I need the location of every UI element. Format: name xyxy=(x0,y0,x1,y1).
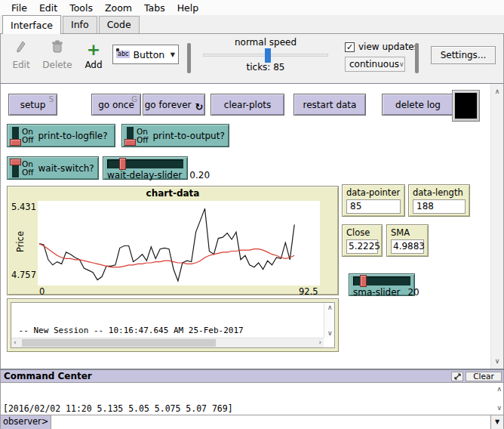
button-widget-icon: abc xyxy=(116,51,130,58)
restart-data-button[interactable]: restart data xyxy=(293,94,366,116)
clear-plots-button[interactable]: clear-plots xyxy=(211,94,284,116)
clear-button[interactable]: Clear xyxy=(466,372,502,381)
switch-knob[interactable] xyxy=(10,139,21,146)
monitor-label: SMA xyxy=(391,227,424,238)
command-center-header: Command Center Clear xyxy=(0,370,504,383)
slider-track[interactable] xyxy=(107,159,183,168)
output-line: -- New Session -- 10:16:47.645 AM 25-Feb… xyxy=(14,326,322,336)
switch-toggle[interactable] xyxy=(127,127,134,145)
output-widget: -- New Session -- 10:16:47.645 AM 25-Feb… xyxy=(7,298,339,352)
plot-title: chart-data xyxy=(8,187,338,199)
output-vertical-scrollbar[interactable]: ∧ ∨ xyxy=(324,303,334,338)
scroll-up-icon[interactable]: ∧ xyxy=(491,85,503,97)
monitor-value: 188 xyxy=(413,199,466,214)
monitor-label: Close xyxy=(346,227,378,238)
switch-knob[interactable] xyxy=(10,159,21,165)
observer-prompt: observer> xyxy=(1,415,51,429)
switch-off-label: Off xyxy=(22,168,34,177)
wait-delay-slider[interactable]: wait-delay-slider 0.20 xyxy=(103,156,188,180)
sma-monitor: SMA 4.9883 xyxy=(386,224,429,257)
go-forever-button[interactable]: go forever ↻ xyxy=(143,94,205,116)
slider-label: sma-slider xyxy=(353,287,400,298)
delete-log-button[interactable]: delete log xyxy=(382,94,454,116)
widget-type-chooser[interactable]: abc Button ▼ xyxy=(112,45,179,64)
toolbar-separator xyxy=(415,43,419,73)
scroll-down-icon[interactable]: ∨ xyxy=(496,403,502,414)
menu-zoom[interactable]: Zoom xyxy=(100,1,137,15)
menu-bar: File Edit Tools Zoom Tabs Help xyxy=(0,0,504,15)
scroll-down-icon[interactable]: ∨ xyxy=(327,329,333,337)
slider-track[interactable] xyxy=(353,276,410,285)
command-input-row: observer> ▼ xyxy=(0,415,504,429)
view-updates-checkbox[interactable]: ✓ xyxy=(345,42,355,52)
menu-tools[interactable]: Tools xyxy=(64,1,98,15)
expand-button[interactable] xyxy=(451,372,463,381)
scroll-down-icon[interactable]: ∨ xyxy=(491,355,503,367)
monitor-value: 5.2225 xyxy=(346,239,378,254)
view-updates-group: ✓ view updates continuous ∨ xyxy=(345,42,419,72)
slider-label: wait-delay-slider xyxy=(107,170,182,181)
switch-toggle[interactable] xyxy=(12,159,19,177)
command-center-log: [2016/02/02 11:20 5.135 5.05 5.075 5.07 … xyxy=(0,383,504,415)
scroll-up-icon[interactable]: ∧ xyxy=(327,304,333,311)
plot-area xyxy=(38,201,320,285)
wait-switch[interactable]: On Off wait-switch? xyxy=(7,156,99,180)
slider-knob[interactable] xyxy=(119,158,126,170)
switch-off-label: Off xyxy=(137,136,149,144)
canvas-vertical-scrollbar[interactable]: ∧ ∨ xyxy=(490,84,503,369)
tab-info[interactable]: Info xyxy=(63,16,97,33)
print-to-logfile-switch[interactable]: On Off print-to-logfile? xyxy=(7,124,115,147)
menu-tabs[interactable]: Tabs xyxy=(139,1,171,15)
data-length-monitor: data-length 188 xyxy=(408,184,470,217)
view-updates-label: view updates xyxy=(358,42,419,52)
world-view-canvas xyxy=(455,93,477,119)
switch-name-label: wait-switch? xyxy=(38,163,94,174)
interface-canvas: setup S go once G go forever ↻ clear-plo… xyxy=(0,84,504,369)
x-min-label: 0 xyxy=(39,286,45,297)
scrollbar-thumb[interactable] xyxy=(22,339,216,347)
switch-off-label: Off xyxy=(22,136,34,144)
plot-svg xyxy=(38,201,320,285)
scroll-left-icon[interactable]: ‹ xyxy=(14,338,17,346)
tab-code[interactable]: Code xyxy=(99,16,140,33)
widget-type-value: Button xyxy=(133,49,167,60)
plus-icon: + xyxy=(76,40,111,60)
switch-toggle[interactable] xyxy=(12,127,19,145)
switch-name-label: print-to-logfile? xyxy=(38,131,108,141)
close-monitor: Close 5.2225 xyxy=(342,224,383,257)
go-once-button[interactable]: go once G xyxy=(91,94,141,116)
interface-toolbar: Edit Delete + Add abc Button ▼ normal sp… xyxy=(0,34,504,84)
sma-slider[interactable]: sma-slider 20 xyxy=(349,273,415,296)
speed-slider-thumb[interactable] xyxy=(265,48,271,63)
chevron-down-icon: ▼ xyxy=(171,51,175,58)
speed-control: normal speed ticks: 85 xyxy=(203,37,328,73)
switch-knob[interactable] xyxy=(124,139,136,146)
history-dropdown-button[interactable]: ▼ xyxy=(490,415,503,429)
tab-interface[interactable]: Interface xyxy=(2,15,61,34)
edit-widget-button[interactable]: Edit xyxy=(4,40,38,70)
expand-icon xyxy=(454,373,461,380)
add-widget-button[interactable]: + Add xyxy=(76,40,111,70)
menu-file[interactable]: File xyxy=(6,1,32,15)
setup-button[interactable]: setup S xyxy=(8,94,57,116)
switch-on-label: On xyxy=(22,160,34,168)
scroll-up-icon[interactable]: ∧ xyxy=(496,384,502,395)
world-view[interactable] xyxy=(452,90,480,122)
command-input[interactable] xyxy=(51,415,490,429)
toolbar-separator xyxy=(187,43,191,73)
settings-button[interactable]: Settings... xyxy=(431,46,496,64)
print-to-output-switch[interactable]: On Off print-to-output? xyxy=(121,124,229,147)
delete-widget-button[interactable]: Delete xyxy=(40,40,75,70)
monitor-label: data-pointer xyxy=(346,187,401,198)
menu-edit[interactable]: Edit xyxy=(34,1,63,15)
menu-help[interactable]: Help xyxy=(172,1,204,15)
output-horizontal-scrollbar[interactable]: ‹ › xyxy=(11,338,324,347)
slider-value: 0.20 xyxy=(189,170,210,181)
scroll-right-icon[interactable]: › xyxy=(318,338,321,346)
switch-on-label: On xyxy=(137,128,149,136)
chevron-down-icon: ∨ xyxy=(399,60,404,68)
speed-slider[interactable] xyxy=(203,54,328,57)
slider-knob[interactable] xyxy=(360,275,367,287)
monitor-value: 85 xyxy=(346,199,401,214)
update-mode-dropdown[interactable]: continuous ∨ xyxy=(345,57,405,72)
